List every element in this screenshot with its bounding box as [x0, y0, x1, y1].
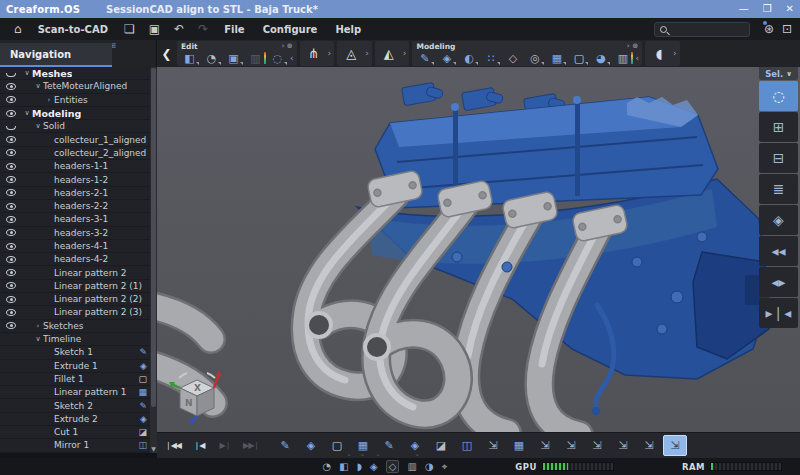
pattern-features-icon[interactable]: ∷ [480, 50, 501, 66]
visibility-eye-icon[interactable] [6, 149, 16, 156]
step-cut-icon[interactable]: ◪ [429, 435, 453, 456]
invert-selection-icon[interactable]: ◂▸ [759, 267, 798, 297]
step-linear-pattern-icon[interactable]: ▦ [507, 435, 531, 456]
group-more-icon[interactable]: › ⊕ [281, 42, 292, 50]
group-collapse-icon[interactable]: ‹ [289, 53, 295, 63]
step-linear-pattern-icon[interactable]: ▦ [351, 435, 375, 456]
visibility-eye-icon[interactable] [6, 163, 16, 170]
step-move-body-icon[interactable]: ⇲ [663, 435, 687, 456]
visibility-eye-icon[interactable] [6, 73, 16, 77]
visibility-eye-icon[interactable] [6, 256, 16, 263]
tree-row[interactable]: headers-2-2 [0, 200, 150, 213]
tree-expander-icon[interactable]: ∨ [33, 122, 43, 130]
tree-row[interactable]: Extrude 2◈ [0, 413, 150, 426]
tree-row[interactable]: ∨Timeline [0, 333, 150, 346]
group-collapse-icon[interactable]: ‹ [634, 53, 640, 63]
tree-expander-icon[interactable]: ∨ [33, 82, 43, 90]
visibility-eye-icon[interactable] [6, 110, 16, 117]
surface-visibility-icon[interactable]: ◗ [357, 461, 362, 472]
tree-row[interactable]: headers-2-1 [0, 187, 150, 200]
tree-row[interactable]: ∨Solid [0, 120, 150, 133]
select-visible-icon[interactable]: ◈ [759, 205, 798, 235]
tree-row[interactable]: Extrude 1◈ [0, 360, 150, 373]
step-sketch-icon[interactable]: ✎ [377, 435, 401, 456]
tree-expander-icon[interactable]: › [44, 96, 54, 104]
step-fillet-icon[interactable]: ▢ [325, 435, 349, 456]
tree-scrollbar[interactable]: ▼ [150, 67, 157, 453]
sweep-surface-icon[interactable]: ◕ [590, 50, 611, 66]
tree-row[interactable]: Mirror 1◫ [0, 439, 150, 452]
close-button[interactable]: ✕ [786, 4, 794, 14]
tree-row[interactable]: Linear pattern 2 [0, 266, 150, 279]
tree-row[interactable]: ∨TeteMoteurAligned [0, 80, 150, 93]
select-mesh-brush-icon[interactable]: ◧ [179, 50, 200, 66]
deviation-display-icon[interactable]: ▥ [407, 461, 416, 472]
tree-row[interactable]: Sketch 1✎ [0, 346, 150, 359]
solid-visibility-icon[interactable]: ◈ [370, 461, 378, 472]
shrink-selection-icon[interactable]: ⊟ [759, 143, 798, 173]
tree-row[interactable]: headers-3-1 [0, 213, 150, 226]
tree-row[interactable]: collecteur_2_aligned [0, 147, 150, 160]
visibility-eye-icon[interactable] [6, 216, 16, 223]
menu-file[interactable]: File [216, 22, 252, 37]
tree-expander-icon[interactable]: ∨ [33, 335, 43, 343]
step-move-body-icon[interactable]: ⇲ [559, 435, 583, 456]
step-move-body-icon[interactable]: ⇲ [611, 435, 635, 456]
undo-icon[interactable]: ↶ [168, 21, 190, 37]
step-mirror-icon[interactable]: ◫ [455, 435, 479, 456]
origin-axes-icon[interactable]: ⌖ [442, 461, 448, 473]
step-extrude-icon[interactable]: ◈ [403, 435, 427, 456]
tree-row[interactable]: headers-4-2 [0, 253, 150, 266]
step-sketch-icon[interactable]: ✎ [273, 435, 297, 456]
surface-from-mesh-icon[interactable]: ◖ [647, 43, 671, 63]
visibility-eye-icon[interactable] [6, 203, 16, 210]
tab-navigation[interactable]: Navigation [0, 43, 112, 67]
tree-row[interactable]: headers-1-1 [0, 160, 150, 173]
grow-selection-icon[interactable]: ⊞ [759, 112, 798, 142]
step-move-body-icon[interactable]: ⇲ [637, 435, 661, 456]
group-more-icon[interactable]: › ⊕ [627, 42, 638, 50]
tree-row[interactable]: headers-4-1 [0, 240, 150, 253]
tree-row[interactable]: ∨Modeling [0, 107, 150, 120]
step-extrude-icon[interactable]: ◈ [299, 435, 323, 456]
mirror-selection-icon[interactable]: ▸❘◂ [759, 298, 798, 328]
new-document-icon[interactable]: ❏ [118, 21, 141, 37]
menu-scan-to-cad[interactable]: Scan-to-CAD [30, 22, 116, 37]
view-cube[interactable]: X N [169, 368, 225, 424]
tree-row[interactable]: headers-3-2 [0, 227, 150, 240]
visibility-eye-icon[interactable] [6, 269, 16, 276]
visibility-eye-icon[interactable] [6, 189, 16, 196]
deviation-colorbar-icon[interactable]: ▥ [612, 50, 633, 66]
feedback-icon[interactable]: ⊡ [782, 22, 792, 36]
group-expand-icon[interactable]: › [402, 48, 408, 58]
visibility-eye-icon[interactable] [6, 126, 16, 130]
select-through-layers-icon[interactable]: ≣ [759, 174, 798, 204]
deviation-analysis-icon[interactable]: ▥ [245, 50, 266, 66]
extrude-icon[interactable]: ◈ [436, 50, 457, 66]
tree-row[interactable]: Linear pattern 2 (3) [0, 306, 150, 319]
group-expand-icon[interactable]: › [672, 48, 678, 58]
tree-row[interactable]: Cut 1◪ [0, 426, 150, 439]
visibility-eye-icon[interactable] [6, 83, 16, 90]
linear-pattern-icon[interactable]: ▦ [546, 50, 567, 66]
mesh-transfer-icon[interactable]: ◭ [377, 43, 401, 63]
visibility-eye-icon[interactable] [6, 96, 16, 103]
menu-configure[interactable]: Configure [255, 22, 326, 37]
revolve-surface-icon[interactable]: ◐ [458, 50, 479, 66]
mesh-shading-icon[interactable]: ◑ [425, 461, 434, 472]
tree-row[interactable]: ∨Meshes [0, 67, 150, 80]
search-input[interactable] [654, 22, 750, 37]
step-move-body-icon[interactable]: ⇲ [585, 435, 609, 456]
tree-row[interactable]: headers-1-2 [0, 173, 150, 186]
3d-viewport[interactable]: X N Sel. ∨ ◌⊞⊟≣◈◂◂◂▸▸❘◂ [157, 67, 800, 432]
history-icon[interactable]: ◔ [323, 461, 332, 472]
previous-step-icon[interactable]: ❘◀ [187, 435, 211, 456]
tree-expander-icon[interactable]: ∨ [22, 69, 32, 77]
menu-help[interactable]: Help [327, 22, 369, 37]
tree-row[interactable]: Fillet 1▢ [0, 373, 150, 386]
visibility-eye-icon[interactable] [6, 229, 16, 236]
tree-row[interactable]: collecteur_1_aligned [0, 133, 150, 146]
tree-row[interactable]: ›Sketches [0, 320, 150, 333]
sketch-icon[interactable]: ✎ [414, 50, 435, 66]
fillet-icon[interactable]: ▢ [568, 50, 589, 66]
